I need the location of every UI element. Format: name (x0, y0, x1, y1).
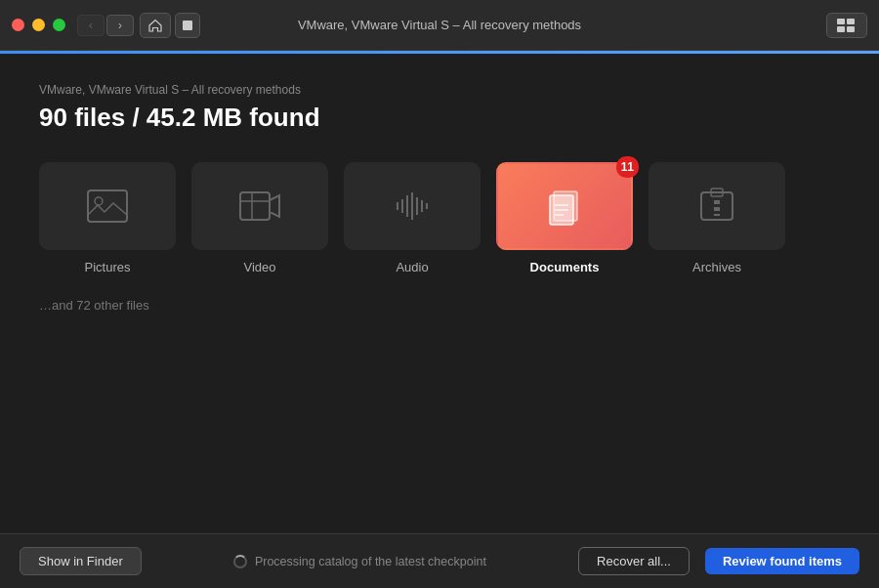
category-video[interactable]: Video (191, 162, 328, 274)
category-documents[interactable]: 11 Documents (496, 162, 633, 274)
show-in-finder-button[interactable]: Show in Finder (20, 547, 142, 575)
category-label-pictures: Pictures (85, 260, 131, 274)
page-title: 90 files / 45.2 MB found (39, 103, 840, 133)
category-archives[interactable]: Archives (649, 162, 785, 274)
category-tile-documents[interactable]: 11 (496, 162, 633, 250)
back-button[interactable]: ‹ (77, 15, 105, 36)
svg-rect-2 (837, 26, 845, 32)
stop-icon (183, 21, 192, 30)
svg-rect-0 (837, 19, 845, 24)
window-title: VMware, VMware Virtual S – All recovery … (298, 18, 581, 32)
category-tile-audio[interactable] (344, 162, 481, 250)
svg-rect-1 (847, 19, 855, 24)
breadcrumb: VMware, VMware Virtual S – All recovery … (39, 83, 840, 97)
processing-text-label: Processing catalog of the latest checkpo… (255, 555, 486, 568)
category-audio[interactable]: Audio (344, 162, 481, 274)
view-toggle-button[interactable] (826, 13, 867, 38)
svg-rect-4 (88, 190, 127, 222)
category-pictures[interactable]: Pictures (39, 162, 176, 274)
documents-badge: 11 (616, 156, 639, 178)
category-tile-archives[interactable] (649, 162, 785, 250)
nav-buttons: ‹ › (77, 15, 134, 36)
category-label-documents: Documents (530, 260, 600, 274)
home-button[interactable] (140, 13, 171, 38)
traffic-lights (12, 19, 65, 31)
audio-icon (390, 188, 435, 225)
category-label-video: Video (243, 260, 275, 274)
categories-row: Pictures Video (39, 162, 840, 274)
svg-point-5 (95, 197, 103, 205)
maximize-button[interactable] (53, 19, 65, 31)
picture-icon (85, 188, 130, 225)
category-label-audio: Audio (396, 260, 428, 274)
spinner-icon (233, 555, 247, 568)
recover-all-button[interactable]: Recover all... (578, 547, 690, 575)
forward-button[interactable]: › (106, 15, 134, 36)
stop-button[interactable] (175, 13, 200, 38)
main-content: VMware, VMware Virtual S – All recovery … (0, 54, 879, 533)
title-bar: ‹ › VMware, VMware Virtual S – All recov… (0, 0, 879, 51)
category-tile-pictures[interactable] (39, 162, 176, 250)
svg-rect-6 (240, 192, 270, 220)
category-label-archives: Archives (692, 260, 741, 274)
other-files-text: …and 72 other files (39, 298, 840, 313)
processing-status: Processing catalog of the latest checkpo… (157, 555, 563, 568)
video-icon (237, 188, 282, 225)
archives-icon (697, 187, 736, 226)
close-button[interactable] (12, 19, 24, 31)
documents-icon (542, 186, 587, 227)
minimize-button[interactable] (32, 19, 45, 31)
bottom-bar: Show in Finder Processing catalog of the… (0, 533, 879, 588)
category-tile-video[interactable] (191, 162, 328, 250)
svg-rect-3 (847, 26, 855, 32)
review-found-items-button[interactable]: Review found items (705, 548, 859, 574)
